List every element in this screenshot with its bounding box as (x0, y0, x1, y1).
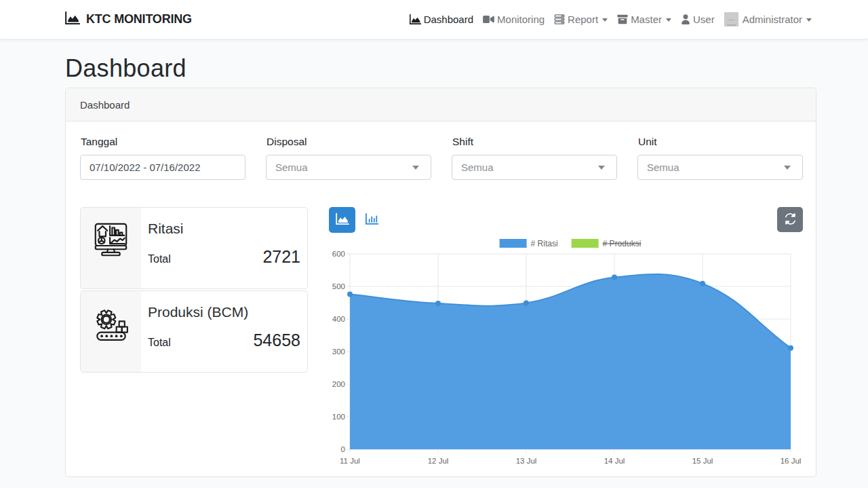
svg-text:15 Jul: 15 Jul (692, 457, 713, 465)
stat-icon-panel (81, 291, 141, 372)
stat-total-value: 2721 (262, 247, 300, 267)
chevron-down-icon (666, 18, 671, 22)
chevron-down-icon (784, 166, 791, 170)
svg-text:400: 400 (332, 315, 345, 323)
svg-text:# Ritasi: # Ritasi (531, 239, 558, 248)
unit-value: Semua (647, 162, 679, 173)
stat-icon-panel (81, 208, 141, 288)
svg-text:600: 600 (332, 250, 345, 258)
dashboard-card: Dashboard Tanggal 07/10/2022 - 07/16/202… (65, 88, 816, 477)
svg-text:500: 500 (332, 282, 345, 290)
tanggal-input[interactable]: 07/10/2022 - 07/16/2022 (80, 155, 245, 180)
nav-item-monitoring[interactable]: Monitoring (478, 14, 549, 25)
nav-item-label: Master (631, 14, 662, 25)
svg-text:11 Jul: 11 Jul (340, 457, 360, 465)
nav-item-report[interactable]: Report (549, 14, 612, 25)
nav-item-user[interactable]: User (676, 14, 719, 25)
stats-column: Ritasi Total 2721 (80, 207, 308, 468)
nav-item-master[interactable]: Master (612, 14, 676, 25)
avatar (724, 12, 738, 26)
svg-text:13 Jul: 13 Jul (516, 457, 537, 465)
nav-item-label: Monitoring (497, 14, 545, 25)
chart-area-icon (65, 12, 80, 27)
chevron-down-icon (602, 18, 608, 22)
nav-item-dashboard[interactable]: Dashboard (405, 14, 478, 25)
chevron-down-icon (598, 166, 605, 170)
chart-area-icon (410, 14, 421, 24)
svg-text:300: 300 (332, 348, 345, 356)
area-chart-toggle-button[interactable] (329, 207, 355, 233)
svg-text:14 Jul: 14 Jul (604, 457, 625, 465)
brand[interactable]: KTC MONITORING (65, 12, 192, 27)
svg-text:# Produksi: # Produksi (603, 239, 642, 248)
nav-item-label: Report (568, 14, 598, 25)
tanggal-label: Tanggal (81, 136, 245, 148)
stat-card-ritasi: Ritasi Total 2721 (80, 207, 308, 289)
disposal-label: Disposal (267, 136, 431, 148)
unit-select[interactable]: Semua (637, 155, 803, 180)
tanggal-value: 07/10/2022 - 07/16/2022 (90, 162, 200, 173)
card-header: Dashboard (66, 88, 816, 121)
stat-total-value: 54658 (253, 331, 300, 350)
svg-text:16 Jul: 16 Jul (781, 457, 802, 465)
brand-title: KTC MONITORING (86, 12, 192, 26)
account-label: Administrator (743, 14, 802, 25)
nav-item-label: User (693, 14, 715, 25)
stat-total-label: Total (148, 253, 171, 265)
svg-text:100: 100 (332, 413, 345, 421)
video-icon (483, 15, 494, 24)
refresh-button[interactable] (777, 207, 803, 232)
stat-title: Produksi (BCM) (148, 304, 300, 320)
chart-column: 010020030040050060011 Jul12 Jul13 Jul14 … (329, 207, 803, 468)
svg-text:12 Jul: 12 Jul (428, 457, 449, 465)
chevron-down-icon (806, 18, 812, 22)
stat-title: Ritasi (148, 221, 300, 237)
disposal-select[interactable]: Semua (266, 155, 431, 180)
shift-value: Semua (461, 162, 494, 173)
table-list-icon (554, 14, 565, 24)
svg-text:0: 0 (341, 445, 345, 453)
sync-icon (785, 213, 796, 227)
shift-label: Shift (452, 136, 617, 148)
disposal-value: Semua (275, 162, 308, 173)
box-archive-icon (617, 14, 628, 24)
production-conveyor-icon (93, 305, 130, 345)
chart-toolbar (329, 207, 803, 234)
stat-card-produksi: Produksi (BCM) Total 54658 (80, 290, 308, 373)
chart-bar-icon (366, 213, 378, 227)
chart-legend: # Ritasi# Produksi (500, 239, 642, 248)
stat-total-label: Total (148, 337, 171, 349)
bar-chart-toggle-button[interactable] (362, 207, 381, 233)
filter-row: Tanggal 07/10/2022 - 07/16/2022 Disposal… (80, 136, 803, 180)
ritasi-produksi-chart[interactable]: 010020030040050060011 Jul12 Jul13 Jul14 … (329, 234, 803, 468)
monitor-analytics-icon (93, 221, 129, 261)
top-navbar: KTC MONITORING Dashboard (0, 0, 868, 39)
page-title: Dashboard (65, 54, 816, 82)
shift-select[interactable]: Semua (452, 155, 617, 180)
nav-account-dropdown[interactable]: Administrator (719, 12, 816, 26)
svg-text:200: 200 (332, 380, 345, 388)
nav-item-label: Dashboard (424, 14, 473, 25)
user-icon (681, 14, 690, 24)
unit-label: Unit (638, 136, 803, 148)
nav-menu: Dashboard Monitoring (405, 12, 816, 26)
chart-area-icon (336, 213, 349, 227)
chevron-down-icon (412, 166, 419, 170)
